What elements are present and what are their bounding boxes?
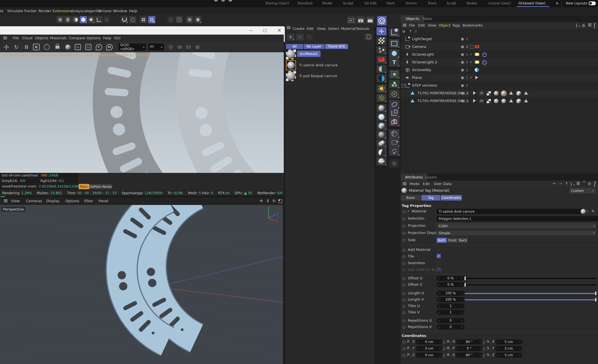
object-menu-file[interactable]: File xyxy=(409,23,415,27)
octane-material-pick-button[interactable]: M xyxy=(105,43,114,51)
spline-rect-button[interactable] xyxy=(389,39,399,48)
offset-v-slider[interactable] xyxy=(465,284,596,285)
kernel-dropdown[interactable]: PT ▾ xyxy=(148,43,164,51)
seamless-checkbox[interactable] xyxy=(437,261,441,265)
camera-bracket-icon[interactable] xyxy=(470,45,473,49)
phong-tag[interactable] xyxy=(524,99,528,102)
edit-hexagon-button[interactable] xyxy=(389,159,399,168)
add-material-button[interactable]: + xyxy=(287,34,294,40)
layout-tab-startup[interactable]: Startup (User) xyxy=(265,1,289,5)
coord-sz-spinner[interactable]: ‹5 cm› xyxy=(495,353,522,358)
parent-up-icon[interactable]: ↑ xyxy=(565,181,568,186)
viewport-hamburger-icon[interactable] xyxy=(4,199,7,200)
layer-tab-nolayer[interactable]: No Layer xyxy=(304,44,324,49)
popout-icon[interactable] xyxy=(594,24,595,28)
viewport-zoom-icon[interactable]: ⇕ xyxy=(266,199,270,203)
octane-node-editor-button[interactable] xyxy=(377,46,386,54)
octane-metal-material-button[interactable] xyxy=(377,131,386,139)
auto-mode-button[interactable]: A xyxy=(194,16,202,23)
octane-menu-options[interactable]: Options xyxy=(87,36,100,40)
octane-add-region-button[interactable]: + xyxy=(74,43,82,51)
polygon-mode-button[interactable] xyxy=(72,16,79,23)
attributes-hamburger-icon[interactable] xyxy=(403,182,406,183)
assign-material-button[interactable]: ↗ xyxy=(296,34,304,40)
octane-focus-pick-button[interactable]: F xyxy=(95,43,103,51)
texture-mode-button[interactable] xyxy=(87,16,95,23)
viewport-pan-icon[interactable]: ✛ xyxy=(260,199,263,203)
visibility-dots[interactable] xyxy=(466,45,468,49)
add-material-checkbox[interactable] xyxy=(437,247,441,251)
add-layout-button[interactable]: + xyxy=(555,1,559,6)
material-name-selected[interactable]: OctMetal1 xyxy=(297,51,321,57)
section-tab-tag[interactable]: Tag xyxy=(421,195,440,201)
history-back-icon[interactable]: ← xyxy=(553,181,556,186)
menu-octane[interactable]: Octane xyxy=(99,9,112,13)
camera-object-button[interactable] xyxy=(389,138,399,147)
octane-region-button[interactable]: R xyxy=(32,43,40,51)
material-link-caret[interactable]: ▾ xyxy=(587,210,588,213)
falloff-settings-button[interactable] xyxy=(176,16,183,23)
layer-tab-titane[interactable]: Titane BTE xyxy=(325,44,348,49)
object-hamburger-icon[interactable] xyxy=(403,24,406,24)
coord-py-spinner[interactable]: ‹0 cm› xyxy=(416,346,443,351)
offset-v-spinner[interactable]: ‹0 %› xyxy=(437,282,465,287)
section-tab-basic[interactable]: Basic xyxy=(401,195,421,201)
octane-composite-material-button[interactable] xyxy=(377,148,386,157)
octane-maximize-button[interactable]: □ xyxy=(263,28,267,32)
octane-hamburger-icon[interactable] xyxy=(3,37,7,37)
new-layouts-button[interactable]: New Layouts xyxy=(566,1,587,5)
generator-button[interactable] xyxy=(389,90,399,98)
octane-sub-region-button[interactable] xyxy=(84,43,92,51)
target-tag[interactable] xyxy=(482,60,487,65)
object-menu-edit[interactable]: Edit xyxy=(418,23,425,27)
octane-rect-button[interactable] xyxy=(176,43,183,51)
enabled-check[interactable]: ✓ xyxy=(470,76,473,79)
tree-row-stepversions[interactable]: − STEP versions xyxy=(401,82,598,89)
material-menu-view[interactable]: View xyxy=(317,27,326,31)
material-link-thumb[interactable] xyxy=(581,209,586,214)
octane-liveviewer-button[interactable] xyxy=(377,27,386,35)
cube-primitive-button[interactable] xyxy=(389,49,399,58)
null-object-button[interactable] xyxy=(389,28,399,37)
tab-takes[interactable]: Takes xyxy=(422,17,432,21)
tree-row-plane[interactable]: Plane ✓ xyxy=(401,74,598,82)
tree-row-lighttarget[interactable]: LightTarget xyxy=(401,35,598,43)
octane-restart-button[interactable]: ↻ xyxy=(12,43,20,51)
length-v-spinner[interactable]: ‹100 %› xyxy=(437,297,465,302)
offset-u-spinner[interactable]: ‹0 %› xyxy=(437,276,465,281)
octane-texture-env-button[interactable] xyxy=(377,37,386,45)
repetitions-v-spinner[interactable]: ‹0› xyxy=(437,324,465,329)
attributes-menu-edit[interactable]: Edit xyxy=(423,182,430,186)
object-menu-object[interactable]: Object xyxy=(439,23,450,27)
volume-builder-button[interactable] xyxy=(389,80,399,89)
slider-handle[interactable] xyxy=(465,283,466,287)
theme-toggle[interactable] xyxy=(589,1,596,5)
object-mode-button[interactable] xyxy=(80,16,87,23)
search-icon[interactable] xyxy=(571,182,571,187)
octane-hdri-env-button[interactable] xyxy=(377,65,386,73)
text-object-button[interactable]: T xyxy=(389,58,399,67)
layer-diamond[interactable] xyxy=(461,76,464,80)
menu-extensions[interactable]: Extensions xyxy=(53,9,72,13)
lock-workplane-button[interactable] xyxy=(148,16,155,23)
viewport-rotate-icon[interactable]: ↻ xyxy=(272,199,276,203)
pass-tab-noise[interactable]: Noise xyxy=(102,184,112,189)
viewport-layout-icon[interactable] xyxy=(279,199,282,203)
tree-row-octanelight[interactable]: OctaneLight ✓ xyxy=(401,51,598,58)
axis-mode-button[interactable] xyxy=(95,16,102,23)
layer-tab-all[interactable]: All xyxy=(286,44,303,49)
octane-sphere-button[interactable] xyxy=(194,43,201,51)
octane-specular-material-button[interactable] xyxy=(377,122,386,130)
layer-diamond[interactable] xyxy=(461,53,464,56)
enabled-check[interactable]: ✓ xyxy=(470,60,473,64)
tree-row-t1701-b[interactable]: T1701-PONTREVERSE-D01.1 ↑↑ xyxy=(401,97,598,105)
attributes-menu-userdata[interactable]: User Data xyxy=(434,182,452,186)
selection-flag-tag[interactable] xyxy=(475,76,479,80)
object-name[interactable]: Plane xyxy=(412,76,422,80)
tree-row-octanelight2[interactable]: OctaneLight.2 ✓ xyxy=(401,58,598,66)
expand-caret[interactable]: ▸ xyxy=(408,209,409,212)
tree-row-t1701-a[interactable]: T1701-PONTREVERSE-D01.1 ↑↑ xyxy=(401,89,598,97)
octane-menu-cloud[interactable]: Cloud xyxy=(22,36,32,40)
material-link-field[interactable]: Ti satiné droit carrure xyxy=(437,209,584,214)
octane-layered-material-button[interactable] xyxy=(377,139,386,148)
